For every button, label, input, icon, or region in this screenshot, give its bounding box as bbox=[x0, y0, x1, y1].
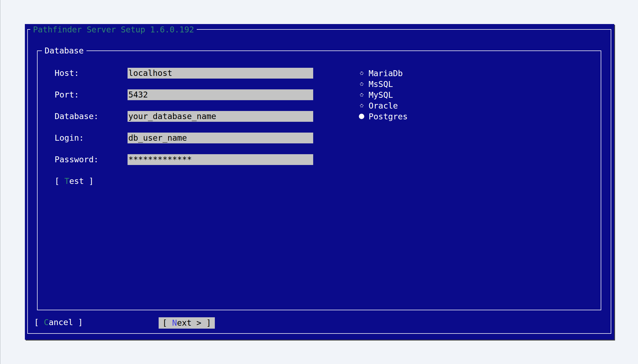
test-hotkey: T bbox=[64, 176, 69, 186]
radio-option-mssql[interactable]: MsSQL bbox=[359, 79, 393, 89]
password-label: Password: bbox=[55, 154, 99, 165]
cancel-button[interactable]: [ Cancel ] bbox=[34, 317, 83, 328]
radio-unselected-icon bbox=[359, 81, 365, 87]
test-button[interactable]: [ Test ] bbox=[55, 176, 94, 187]
radio-option-label: Postgres bbox=[369, 112, 408, 121]
radio-unselected-icon bbox=[359, 70, 365, 76]
database-frame: Database Host: Port: Database: Login: Pa… bbox=[37, 50, 601, 310]
host-label: Host: bbox=[55, 68, 79, 79]
radio-option-label: MariaDb bbox=[369, 69, 403, 78]
login-input[interactable] bbox=[128, 133, 313, 143]
password-input[interactable] bbox=[128, 154, 313, 165]
cancel-hotkey: C bbox=[44, 318, 49, 327]
login-label: Login: bbox=[55, 133, 84, 143]
database-input[interactable] bbox=[128, 111, 313, 122]
radio-option-label: MySQL bbox=[369, 90, 393, 100]
radio-selected-icon bbox=[359, 113, 365, 119]
radio-unselected-icon bbox=[359, 92, 365, 98]
host-input[interactable] bbox=[128, 68, 313, 79]
radio-option-mariadb[interactable]: MariaDb bbox=[359, 68, 403, 79]
database-frame-title: Database bbox=[42, 46, 86, 56]
database-label: Database: bbox=[55, 111, 99, 122]
radio-option-oracle[interactable]: Oracle bbox=[359, 100, 398, 111]
radio-unselected-icon bbox=[359, 103, 365, 109]
next-hotkey: N bbox=[172, 318, 177, 328]
radio-option-postgres[interactable]: Postgres bbox=[359, 111, 408, 122]
next-button[interactable]: [ Next > ] bbox=[159, 317, 215, 329]
radio-option-label: MsSQL bbox=[369, 79, 393, 89]
radio-option-label: Oracle bbox=[369, 101, 398, 110]
setup-window: Pathfinder Server Setup 1.6.0.192 Databa… bbox=[25, 24, 614, 340]
port-label: Port: bbox=[55, 89, 79, 100]
radio-option-mysql[interactable]: MySQL bbox=[359, 89, 393, 100]
port-input[interactable] bbox=[128, 89, 313, 100]
window-title: Pathfinder Server Setup 1.6.0.192 bbox=[30, 25, 197, 34]
